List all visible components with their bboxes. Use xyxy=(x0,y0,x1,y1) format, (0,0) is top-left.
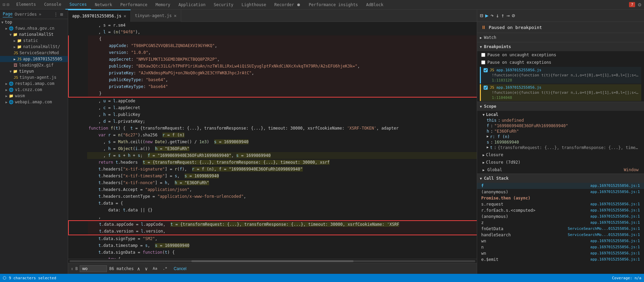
tree-item-static[interactable]: ▶ 📁 static xyxy=(0,38,68,44)
callstack-z[interactable]: z app.1697015255056.js:1 xyxy=(477,220,644,226)
code-line-2: , l = (n("94f8"), xyxy=(68,29,477,35)
next-match-icon[interactable]: ∨ xyxy=(143,266,149,271)
call-stack-header[interactable]: ▼ Call Stack xyxy=(477,174,644,183)
pause-caught-checkbox[interactable] xyxy=(481,60,485,64)
scope-t[interactable]: ▶ t : {transformRequest: {...}, transfor… xyxy=(487,145,639,150)
tab-security[interactable]: Security xyxy=(210,0,238,10)
search-input[interactable] xyxy=(80,265,107,272)
tab-memory[interactable]: Memory xyxy=(152,0,174,10)
tab-adblock[interactable]: AdBlock xyxy=(362,0,388,10)
tree-item-tinyun[interactable]: ▼ 📁 tinyun xyxy=(0,68,68,74)
global-header[interactable]: ▶ Global Window xyxy=(483,167,639,173)
tinyun-label: tinyun xyxy=(19,69,34,74)
settings-icon[interactable]: ⚙ xyxy=(638,1,641,8)
callstack-anon1[interactable]: (anonymous) app.1697015255056.js:1 xyxy=(477,189,644,195)
watch-header[interactable]: ▶ Watch xyxy=(477,33,644,42)
tree-item-webapi[interactable]: ▶ 🌐 webapi.amap.com xyxy=(0,99,68,105)
folder-icon-1: 📁 xyxy=(13,32,18,37)
expand-panel-icon[interactable]: ⊞ xyxy=(60,12,63,17)
scope-f: f : "1699869940E36OFuRh1699869940" xyxy=(487,123,639,129)
code-line-35: try { xyxy=(68,256,477,259)
tab-console[interactable]: Console xyxy=(40,0,65,10)
tab-performance-insights[interactable]: Performance insights xyxy=(305,0,362,10)
local-scope-header[interactable]: ▼ Local xyxy=(483,112,639,118)
breakpoint-2-checkbox[interactable] xyxy=(484,86,488,90)
close-tab-1-icon[interactable]: × xyxy=(124,13,126,19)
callstack-fngetdata[interactable]: fnGetData ServiceSearchMo...015255056.js… xyxy=(477,226,644,232)
pause-icon: ⏸ xyxy=(481,25,486,30)
tree-item-tinyun-agent[interactable]: JS tinyun-agent.js xyxy=(0,74,68,80)
tree-item-top[interactable]: ▼ top xyxy=(0,19,68,25)
tab-lighthouse[interactable]: Lighthouse xyxy=(237,0,270,10)
static-label: static xyxy=(23,38,38,43)
tab-application[interactable]: Application xyxy=(174,0,209,10)
callstack-wn2[interactable]: wn app.1697015255056.js:1 xyxy=(477,250,644,256)
tree-item-nationalhallst-sub[interactable]: ▶ 📁 nationalHallSt/ xyxy=(0,44,68,50)
regex-btn[interactable]: .* xyxy=(161,266,169,271)
prev-match-icon[interactable]: ∧ xyxy=(136,266,141,271)
call-stack-section: ▼ Call Stack f app.1697015255056.js:1 (a… xyxy=(477,174,644,263)
tree-item-restapi[interactable]: ▶ 🌐 restapi.amap.com xyxy=(0,80,68,87)
code-line-5: version: "1.0.0", xyxy=(68,49,477,56)
callstack-srequest[interactable]: s.request app.1697015255056.js:1 xyxy=(477,201,644,207)
three-dots-icon[interactable]: ⋮ xyxy=(53,12,58,17)
selected-chars: 9 characters selected xyxy=(9,276,56,280)
code-line-28: data: t.data || {} xyxy=(68,207,477,213)
triangle-down-3-icon: ▼ xyxy=(10,70,12,73)
code-line-34: t.data.signData = function(t) { xyxy=(68,249,477,256)
pause-uncaught-checkbox[interactable] xyxy=(481,53,485,57)
tab-elements[interactable]: Elements xyxy=(12,0,40,10)
callstack-anon2[interactable]: (anonymous) app.1697015255056.js:1 xyxy=(477,213,644,220)
folder-icon-3: 📁 xyxy=(17,45,22,49)
breakpoints-header[interactable]: ▼ Breakpoints xyxy=(477,42,644,51)
tab-recorder[interactable]: Recorder ⏺ xyxy=(270,0,305,10)
page-tab-page[interactable]: Page xyxy=(3,11,13,17)
tab-sources[interactable]: Sources xyxy=(65,0,91,10)
triangle-right-7-icon: ▶ xyxy=(5,100,7,104)
case-sensitive-btn[interactable]: Aa xyxy=(151,266,159,271)
callstack-f[interactable]: f app.1697015255056.js:1 xyxy=(477,183,644,189)
editor-tab-tinyun[interactable]: tinyun-agent.js × xyxy=(131,10,181,22)
tree-item-app-js[interactable]: ▶ JS app.169701525505 xyxy=(0,56,68,62)
code-line-21: return t.headers t = {transformRequest: … xyxy=(68,159,477,166)
step-into-icon[interactable]: ↓ xyxy=(496,12,499,19)
resume-icon[interactable]: ▶ xyxy=(485,12,489,19)
page-tab-overrides[interactable]: Overrides xyxy=(15,12,37,17)
coverage-status: Coverage: n/a xyxy=(612,276,641,280)
closure-7d92-header[interactable]: ▶ Closure (7d92) xyxy=(483,159,639,165)
cancel-search-button[interactable]: Cancel xyxy=(171,266,189,272)
tree-item-domain-fuwu[interactable]: ▶ 🌐 fuwu.nhsa.gov.cn xyxy=(0,25,68,31)
breakpoint-item-1[interactable]: JS app.1697015255056.js !function(e){fun… xyxy=(480,67,641,84)
code-line-7: publicKey: "BEKaw3Qtc31LG/hTPHFP1riKuAn/… xyxy=(68,63,477,70)
toggle-panel-icon[interactable]: ⊟ xyxy=(480,12,483,19)
tree-item-wasm[interactable]: ▶ 📁 wasm xyxy=(0,93,68,99)
callstack-wn1[interactable]: wn app.1697015255056.js:1 xyxy=(477,238,644,244)
scope-header[interactable]: ▼ Scope xyxy=(477,102,644,111)
file-js-icon-3: JS xyxy=(14,75,18,80)
tree-item-nationalhallst[interactable]: ▼ 📁 nationalHallSt xyxy=(0,31,68,38)
closure-header[interactable]: ▶ Closure xyxy=(483,152,639,158)
more-tabs-icon[interactable]: » xyxy=(39,12,41,17)
code-line-13: , c = l.appSecret xyxy=(68,104,477,111)
deactivate-breakpoints-icon[interactable]: ⊘ xyxy=(512,12,515,19)
callstack-foreach[interactable]: r.forEach.s.<computed> app.1697015255056… xyxy=(477,207,644,213)
tree-item-v1cnzz[interactable]: ▶ 🌐 v1.cnzz.com xyxy=(0,87,68,93)
callstack-n[interactable]: n app.1697015255056.js:1 xyxy=(477,244,644,250)
step-icon[interactable]: → xyxy=(506,12,510,19)
step-over-icon[interactable]: ↷ xyxy=(490,12,494,19)
editor-tab-app[interactable]: app.1697015255056.js × xyxy=(68,10,131,22)
breakpoint-item-2[interactable]: JS app.1697015255056.js !function(e){fun… xyxy=(480,84,641,101)
tree-item-loading-gif[interactable]: 🖼 loading@2x.gif xyxy=(0,62,68,68)
scope-r[interactable]: ▶ r: f (n) xyxy=(487,134,639,139)
code-line-11: } xyxy=(68,90,477,98)
callstack-emit[interactable]: e.$emit app.1697015255056.js:1 xyxy=(477,256,644,263)
step-out-icon[interactable]: ↑ xyxy=(501,12,505,19)
callstack-handlesearch[interactable]: handleSearch ServiceSearchMo...015255056… xyxy=(477,232,644,238)
tab-performance[interactable]: Performance xyxy=(116,0,151,10)
tab-network[interactable]: Network xyxy=(91,0,116,10)
close-tab-2-icon[interactable]: × xyxy=(174,13,176,18)
tree-item-servicesearch[interactable]: JS ServiceSearchMod xyxy=(0,50,68,56)
code-line-16: function f(t) { t = {transformRequest: {… xyxy=(68,125,477,132)
error-badge[interactable]: 7 xyxy=(629,2,635,7)
breakpoint-1-checkbox[interactable] xyxy=(484,68,488,72)
